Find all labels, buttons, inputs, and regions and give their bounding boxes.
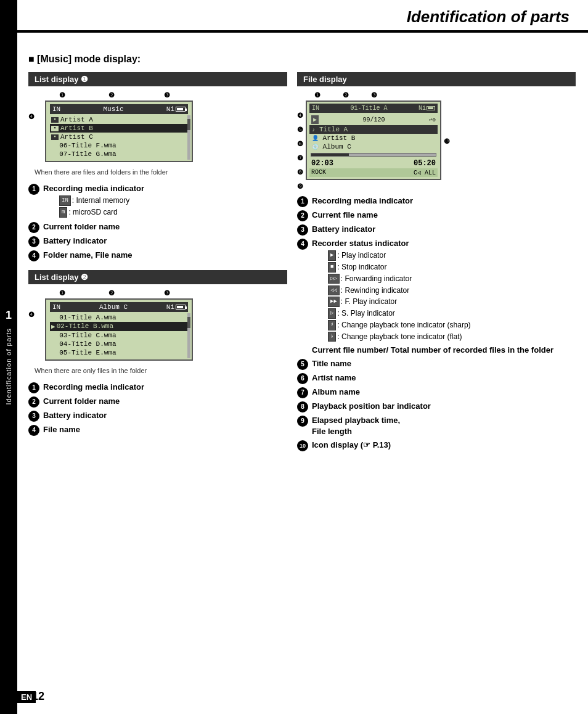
lcd-status-row: ▶ 99/120 ↩⊙	[309, 114, 438, 125]
lcd-artist-text: Artist B	[323, 134, 356, 142]
lcd-title-icon: ♪	[312, 127, 315, 133]
lcd-file-name: 01-Title A	[350, 105, 387, 112]
lcd-row-wrapper-1: ❹ IN Music Ni ▪Artist A ▪Artist	[28, 101, 201, 166]
section-title: ■ [Music] mode display:	[28, 54, 576, 65]
sub-item-2: m: microSD card	[58, 207, 287, 218]
lcd-progress-bar	[311, 153, 436, 157]
sidebar: 1 Identification of parts	[0, 0, 17, 714]
file-item-text-1: Recording media indicator	[312, 195, 576, 207]
lcd-genre: ROCK	[311, 169, 326, 176]
item-text-2-3: Battery indicator	[43, 410, 287, 421]
sub-desc-1: IN: Internal memory m: microSD card	[58, 195, 287, 218]
file-display-header: File display	[297, 72, 576, 86]
scrollbar-2	[187, 313, 190, 358]
lcd-battery-1: Ni	[166, 105, 186, 113]
callout-4-left-2: ❹	[28, 311, 35, 319]
lcd-file-topbar: IN 01-Title A Ni	[309, 104, 438, 113]
lcd-file-screen: IN 01-Title A Ni ▶ 99/120 ↩⊙ ♪ Title A	[306, 101, 441, 180]
desc-list-2: 1 Recording media indicator 2 Current fo…	[28, 382, 287, 436]
lcd-row-1-5: 07-Title G.wma	[50, 150, 188, 158]
list-item-1-3: 3 Battery indicator	[28, 236, 287, 247]
list-item-1-4: 4 Folder name, File name	[28, 250, 287, 261]
page-title: Identification of parts	[18, 7, 570, 27]
lcd-album-icon: 💿	[312, 144, 319, 150]
folder-icon-3: ▪	[51, 134, 59, 140]
list-display-2-header: List display ❷	[28, 270, 287, 284]
fc-7: ❼	[297, 154, 303, 162]
lcd-time-row: 02:03 05:20	[309, 158, 438, 168]
file-item-4: 4 Recorder status indicator ▶: Play indi…	[297, 238, 576, 356]
left-callouts: ❹ ❺ ❻ ❼ ❽ ❾	[297, 101, 303, 191]
lcd-repeat: C◁ ALL	[414, 169, 436, 176]
right-column: File display ❶ ❷ ❸ ❹ ❺ ❻ ❼ ❽	[297, 72, 576, 456]
fc-10: ❿	[444, 137, 450, 146]
file-item-1: 1 Recording media indicator	[297, 195, 576, 207]
page-header: Identification of parts	[0, 0, 588, 31]
main-content: ■ [Music] mode display: List display ❶ ❶…	[22, 41, 588, 493]
lcd-file-media-icon: IN	[312, 105, 319, 112]
file-item-text-4: Recorder status indicator ▶: Play indica…	[312, 238, 576, 356]
fc-4: ❹	[297, 112, 303, 120]
file-item-3: 3 Battery indicator	[297, 224, 576, 236]
file-marker-4: 4	[297, 239, 308, 250]
two-col-layout: List display ❶ ❶ ❷ ❸ ❹ IN	[28, 72, 576, 456]
lcd-row-1-4: 06-Title F.wma	[50, 141, 188, 150]
file-marker-3: 3	[297, 224, 308, 236]
file-marker-6: 6	[297, 373, 308, 384]
sharp-indicator: ♯: Change playback tone indicator (sharp…	[327, 320, 576, 330]
splay-indicator: ▷: S. Play indicator	[327, 308, 576, 319]
sidebar-number: 1	[6, 309, 12, 322]
file-item-text-7: Album name	[312, 387, 576, 398]
rewind-indicator: ◁◁: Rewinding indicator	[327, 285, 576, 296]
lcd-folder-name-1: Music	[103, 105, 123, 113]
item-text-1-3: Battery indicator	[43, 236, 287, 247]
lcd-play-status: ▶	[311, 115, 319, 124]
scrollbar-thumb-1	[187, 119, 190, 130]
left-column: List display ❶ ❶ ❷ ❸ ❹ IN	[28, 72, 287, 456]
file-item-10: 10 Icon display (☞ P.13)	[297, 440, 576, 451]
marker-1: 1	[28, 184, 39, 195]
lcd-title-text: Title A	[319, 126, 348, 133]
callout-2-top: ❷	[108, 91, 115, 99]
file-desc-list: 1 Recording media indicator 2 Current fi…	[297, 195, 576, 451]
lcd-media-icon-2: IN	[52, 303, 60, 311]
callout-3-top-2: ❸	[164, 289, 170, 297]
lcd-progress-fill	[311, 154, 349, 156]
stop-indicator: ■: Stop indicator	[327, 262, 576, 273]
fc-1: ❶	[314, 91, 321, 99]
file-item-text-8: Playback position bar indicator	[312, 401, 576, 412]
lcd-file-battery: Ni	[419, 105, 435, 112]
caption-2: When there are only files in the folder	[28, 367, 287, 374]
item-text-2-1: Recording media indicator	[43, 382, 287, 393]
callout-row-top-2: ❶ ❷ ❸	[47, 289, 182, 297]
splay-icon-box: ▷	[328, 308, 336, 319]
list-display-1-header: List display ❶	[28, 72, 287, 86]
folder-icon-2: ▪	[51, 126, 59, 131]
file-item-7: 7 Album name	[297, 387, 576, 398]
sharp-icon-box: ♯	[328, 320, 336, 330]
file-item-text-3: Battery indicator	[312, 224, 576, 235]
file-item-text-6: Artist name	[312, 372, 576, 384]
forward-indicator: ▷▷: Forwarding indicator	[327, 274, 576, 284]
file-item-6: 6 Artist name	[297, 372, 576, 384]
scrollbar-1	[187, 115, 190, 160]
file-item-5: 5 Title name	[297, 358, 576, 370]
sub-item-1: IN: Internal memory	[58, 195, 287, 206]
icon-sd: m	[59, 207, 67, 218]
list-item-1-2: 2 Current folder name	[28, 221, 287, 233]
rwd-icon-box: ◁◁	[328, 285, 340, 296]
file-marker-10: 10	[297, 440, 308, 451]
callout-row-top-1: ❶ ❷ ❸	[47, 91, 182, 99]
file-callout-top: ❶ ❷ ❸	[314, 91, 438, 99]
callout-1-top-2: ❶	[59, 289, 65, 297]
file-marker-8: 8	[297, 401, 308, 412]
list-display-1: List display ❶ ❶ ❷ ❸ ❹ IN	[28, 72, 287, 261]
caption-1: When there are files and folders in the …	[28, 168, 287, 176]
marker-2-3: 3	[28, 411, 39, 422]
scrollbar-thumb-2	[187, 317, 190, 328]
file-item-text-2: Current file name	[312, 210, 576, 221]
file-item-text-9: Elapsed playback time,File length	[312, 415, 576, 437]
file-marker-2: 2	[297, 210, 308, 221]
lcd-row-2-3: 03-Title C.wma	[50, 331, 188, 340]
lcd-row-2-4: 04-Title D.wma	[50, 340, 188, 348]
